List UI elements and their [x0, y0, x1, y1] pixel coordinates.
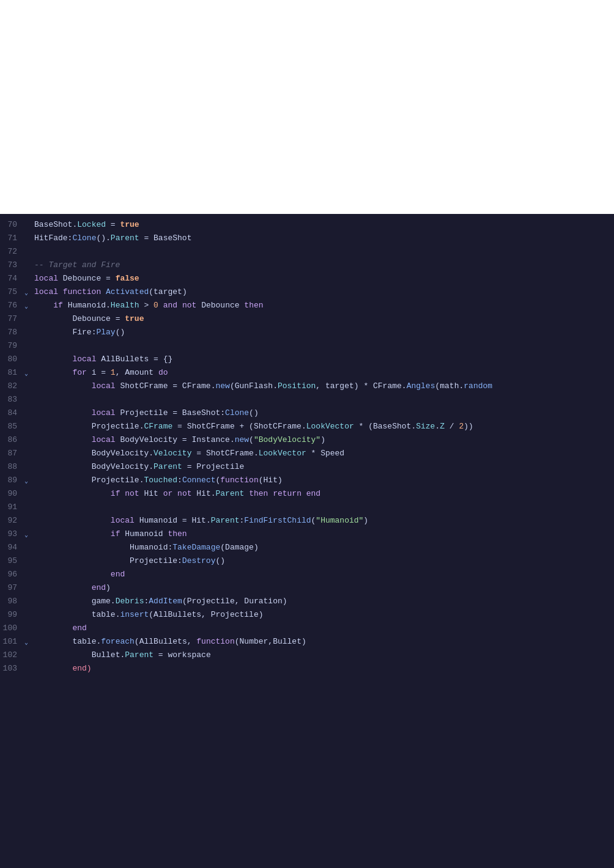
line-num-91: 91 [0, 501, 24, 513]
line-num-84: 84 [0, 407, 24, 419]
bottom-padding [0, 676, 614, 868]
table-row: 99 table.insert(AllBullets, Projectile) [0, 609, 614, 622]
table-row: 77 Debounce = true [0, 313, 614, 326]
code-line-85: Projectile.CFrame = ShotCFrame + (ShotCF… [34, 421, 614, 433]
table-row: 91 [0, 501, 614, 515]
table-row: 86 local BodyVelocity = Instance.new("Bo… [0, 434, 614, 447]
line-num-81: 81 [0, 367, 24, 379]
code-line-81: for i = 1, Amount do [34, 367, 614, 379]
line-num-72: 72 [0, 246, 24, 258]
table-row: 92 local Humanoid = Hit.Parent:FindFirst… [0, 515, 614, 528]
code-line-90: if not Hit or not Hit.Parent then return… [34, 488, 614, 500]
table-row: 103 end) [0, 663, 614, 676]
line-num-99: 99 [0, 609, 24, 621]
code-line-97: end) [34, 582, 614, 594]
line-num-71: 71 [0, 232, 24, 245]
line-num-87: 87 [0, 447, 24, 460]
table-row: 84 local Projectile = BaseShot:Clone() [0, 407, 614, 421]
table-row: 80 local AllBullets = {} [0, 353, 614, 367]
table-row: 82 local ShotCFrame = CFrame.new(GunFlas… [0, 380, 614, 394]
code-line-88: BodyVelocity.Parent = Projectile [34, 461, 614, 473]
line-num-100: 100 [0, 622, 24, 634]
line-num-95: 95 [0, 555, 24, 567]
code-line-76: if Humanoid.Health > 0 and not Debounce … [34, 300, 614, 312]
line-num-90: 90 [0, 488, 24, 500]
table-row: 98 game.Debris:AddItem(Projectile, Durat… [0, 595, 614, 609]
line-num-92: 92 [0, 515, 24, 527]
table-row: 72 [0, 246, 614, 259]
table-row: 83 [0, 394, 614, 407]
line-num-101: 101 [0, 636, 24, 648]
code-line-70: BaseShot.Locked = true [34, 219, 614, 231]
line-num-77: 77 [0, 313, 24, 325]
code-line-95: Projectile:Destroy() [34, 555, 614, 567]
code-line-89: Projectile.Touched:Connect(function(Hit) [34, 474, 614, 487]
table-row: 94 Humanoid:TakeDamage(Damage) [0, 542, 614, 555]
code-line-77: Debounce = true [34, 313, 614, 325]
line-num-70: 70 [0, 219, 24, 231]
line-num-80: 80 [0, 353, 24, 366]
code-line-102: Bullet.Parent = workspace [34, 649, 614, 661]
line-num-74: 74 [0, 273, 24, 285]
code-line-99: table.insert(AllBullets, Projectile) [34, 609, 614, 621]
table-row: 89 ⌄ Projectile.Touched:Connect(function… [0, 474, 614, 488]
code-line-73: -- Target and Fire [34, 259, 614, 271]
line-num-94: 94 [0, 542, 24, 554]
code-line-84: local Projectile = BaseShot:Clone() [34, 407, 614, 419]
code-line-92: local Humanoid = Hit.Parent:FindFirstChi… [34, 515, 614, 527]
line-num-79: 79 [0, 340, 24, 352]
line-num-93: 93 [0, 528, 24, 540]
code-line-86: local BodyVelocity = Instance.new("BodyV… [34, 434, 614, 446]
code-line-74: local Debounce = false [34, 273, 614, 285]
table-row: 75 ⌄ local function Activated(target) [0, 286, 614, 300]
table-row: 74 local Debounce = false [0, 273, 614, 286]
code-line-80: local AllBullets = {} [34, 353, 614, 366]
table-row: 97 end) [0, 582, 614, 595]
line-num-97: 97 [0, 582, 24, 594]
line-num-75: 75 [0, 286, 24, 298]
table-row: 100 end [0, 622, 614, 636]
line-num-98: 98 [0, 595, 24, 608]
code-line-101: table.foreach(AllBullets, function(Numbe… [34, 636, 614, 648]
table-row: 96 end [0, 568, 614, 582]
table-row: 79 [0, 340, 614, 353]
line-num-88: 88 [0, 461, 24, 473]
code-line-93: if Humanoid then [34, 528, 614, 540]
line-num-102: 102 [0, 649, 24, 661]
line-num-85: 85 [0, 421, 24, 433]
line-num-76: 76 [0, 300, 24, 312]
code-line-78: Fire:Play() [34, 326, 614, 339]
code-line-87: BodyVelocity.Velocity = ShotCFrame.LookV… [34, 447, 614, 460]
code-line-71: HitFade:Clone().Parent = BaseShot [34, 232, 614, 245]
table-row: 88 BodyVelocity.Parent = Projectile [0, 461, 614, 474]
code-editor[interactable]: 70 BaseShot.Locked = true 71 HitFade:Clo… [0, 214, 614, 868]
line-num-96: 96 [0, 568, 24, 581]
line-num-86: 86 [0, 434, 24, 446]
line-num-103: 103 [0, 663, 24, 675]
table-row: 71 HitFade:Clone().Parent = BaseShot [0, 232, 614, 246]
line-num-82: 82 [0, 380, 24, 392]
code-line-75: local function Activated(target) [34, 286, 614, 298]
code-line-100: end [34, 622, 614, 634]
table-row: 102 Bullet.Parent = workspace [0, 649, 614, 663]
line-num-78: 78 [0, 326, 24, 339]
editor: 70 BaseShot.Locked = true 71 HitFade:Clo… [0, 0, 614, 868]
line-num-73: 73 [0, 259, 24, 271]
code-line-96: end [34, 568, 614, 581]
table-row: 101 ⌄ table.foreach(AllBullets, function… [0, 636, 614, 649]
table-row: 78 Fire:Play() [0, 326, 614, 340]
code-line-94: Humanoid:TakeDamage(Damage) [34, 542, 614, 554]
code-line-103: end) [34, 663, 614, 675]
table-row: 85 Projectile.CFrame = ShotCFrame + (Sho… [0, 421, 614, 434]
code-line-82: local ShotCFrame = CFrame.new(GunFlash.P… [34, 380, 614, 392]
table-row: 93 ⌄ if Humanoid then [0, 528, 614, 542]
table-row: 76 ⌄ if Humanoid.Health > 0 and not Debo… [0, 300, 614, 313]
line-num-89: 89 [0, 474, 24, 487]
table-row: 73 -- Target and Fire [0, 259, 614, 273]
line-num-83: 83 [0, 394, 24, 406]
table-row: 70 BaseShot.Locked = true [0, 219, 614, 232]
table-row: 87 BodyVelocity.Velocity = ShotCFrame.Lo… [0, 447, 614, 461]
code-line-98: game.Debris:AddItem(Projectile, Duration… [34, 595, 614, 608]
table-row: 81 ⌄ for i = 1, Amount do [0, 367, 614, 380]
table-row: 90 if not Hit or not Hit.Parent then ret… [0, 488, 614, 501]
